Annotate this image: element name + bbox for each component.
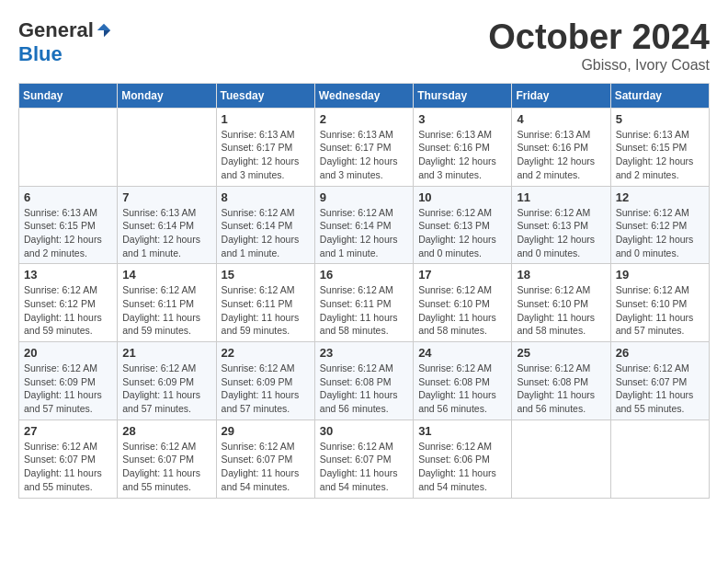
day-number: 10 — [418, 190, 506, 204]
weekday-header-cell: Monday — [118, 83, 216, 108]
day-number: 1 — [222, 112, 310, 126]
weekday-header-cell: Friday — [512, 83, 610, 108]
svg-marker-0 — [97, 24, 110, 30]
calendar-day-cell: 29Sunrise: 6:12 AM Sunset: 6:07 PM Dayli… — [216, 419, 314, 498]
calendar-day-cell: 26Sunrise: 6:12 AM Sunset: 6:07 PM Dayli… — [610, 342, 709, 420]
weekday-header-cell: Wednesday — [314, 83, 413, 108]
day-number: 31 — [418, 424, 506, 438]
day-detail: Sunrise: 6:12 AM Sunset: 6:09 PM Dayligh… — [122, 362, 210, 416]
calendar-day-cell: 12Sunrise: 6:12 AM Sunset: 6:12 PM Dayli… — [610, 186, 709, 264]
day-detail: Sunrise: 6:12 AM Sunset: 6:08 PM Dayligh… — [320, 362, 408, 416]
calendar-day-cell: 9Sunrise: 6:12 AM Sunset: 6:14 PM Daylig… — [314, 186, 413, 264]
calendar-table: SundayMondayTuesdayWednesdayThursdayFrid… — [18, 83, 710, 499]
logo-general-text: General — [18, 18, 94, 42]
calendar-day-cell: 3Sunrise: 6:13 AM Sunset: 6:16 PM Daylig… — [414, 108, 512, 186]
calendar-day-cell: 28Sunrise: 6:12 AM Sunset: 6:07 PM Dayli… — [118, 419, 216, 498]
day-detail: Sunrise: 6:12 AM Sunset: 6:13 PM Dayligh… — [517, 206, 605, 260]
calendar-day-cell: 20Sunrise: 6:12 AM Sunset: 6:09 PM Dayli… — [19, 342, 118, 420]
calendar-day-cell: 15Sunrise: 6:12 AM Sunset: 6:11 PM Dayli… — [216, 264, 314, 342]
day-detail: Sunrise: 6:12 AM Sunset: 6:14 PM Dayligh… — [320, 206, 408, 260]
location-subtitle: Gbisso, Ivory Coast — [488, 57, 710, 74]
logo-icon — [96, 22, 112, 39]
day-detail: Sunrise: 6:12 AM Sunset: 6:07 PM Dayligh… — [616, 362, 704, 416]
logo-blue-text: Blue — [18, 42, 63, 66]
calendar-day-cell: 27Sunrise: 6:12 AM Sunset: 6:07 PM Dayli… — [19, 419, 118, 498]
day-detail: Sunrise: 6:13 AM Sunset: 6:16 PM Dayligh… — [418, 128, 506, 182]
day-detail: Sunrise: 6:13 AM Sunset: 6:15 PM Dayligh… — [24, 206, 112, 260]
calendar-day-cell: 25Sunrise: 6:12 AM Sunset: 6:08 PM Dayli… — [512, 342, 610, 420]
day-number: 15 — [222, 268, 310, 282]
month-title: October 2024 — [488, 18, 710, 57]
calendar-day-cell: 17Sunrise: 6:12 AM Sunset: 6:10 PM Dayli… — [414, 264, 512, 342]
day-detail: Sunrise: 6:12 AM Sunset: 6:10 PM Dayligh… — [517, 283, 605, 338]
calendar-day-cell: 8Sunrise: 6:12 AM Sunset: 6:14 PM Daylig… — [216, 186, 314, 264]
day-number: 25 — [517, 346, 605, 360]
day-detail: Sunrise: 6:13 AM Sunset: 6:15 PM Dayligh… — [616, 128, 704, 182]
day-number: 20 — [24, 346, 112, 360]
day-number: 21 — [122, 346, 210, 360]
day-number: 14 — [122, 268, 210, 282]
day-number: 22 — [222, 346, 310, 360]
logo: General Blue — [18, 18, 112, 66]
calendar-day-cell — [118, 108, 216, 186]
day-detail: Sunrise: 6:12 AM Sunset: 6:14 PM Dayligh… — [222, 206, 310, 260]
calendar-day-cell: 1Sunrise: 6:13 AM Sunset: 6:17 PM Daylig… — [216, 108, 314, 186]
day-number: 13 — [24, 268, 112, 282]
calendar-day-cell: 23Sunrise: 6:12 AM Sunset: 6:08 PM Dayli… — [314, 342, 413, 420]
calendar-day-cell: 21Sunrise: 6:12 AM Sunset: 6:09 PM Dayli… — [118, 342, 216, 420]
day-detail: Sunrise: 6:12 AM Sunset: 6:12 PM Dayligh… — [616, 206, 704, 260]
day-detail: Sunrise: 6:12 AM Sunset: 6:09 PM Dayligh… — [24, 362, 112, 416]
calendar-day-cell: 30Sunrise: 6:12 AM Sunset: 6:07 PM Dayli… — [314, 419, 413, 498]
day-number: 6 — [24, 190, 112, 204]
calendar-day-cell: 16Sunrise: 6:12 AM Sunset: 6:11 PM Dayli… — [314, 264, 413, 342]
calendar-day-cell: 2Sunrise: 6:13 AM Sunset: 6:17 PM Daylig… — [314, 108, 413, 186]
day-number: 18 — [517, 268, 605, 282]
day-detail: Sunrise: 6:12 AM Sunset: 6:11 PM Dayligh… — [222, 283, 310, 338]
calendar-day-cell: 24Sunrise: 6:12 AM Sunset: 6:08 PM Dayli… — [414, 342, 512, 420]
weekday-header-cell: Saturday — [610, 83, 709, 108]
day-detail: Sunrise: 6:12 AM Sunset: 6:06 PM Dayligh… — [418, 440, 506, 494]
calendar-day-cell: 14Sunrise: 6:12 AM Sunset: 6:11 PM Dayli… — [118, 264, 216, 342]
day-number: 30 — [320, 424, 408, 438]
weekday-header-cell: Tuesday — [216, 83, 314, 108]
calendar-week-row: 13Sunrise: 6:12 AM Sunset: 6:12 PM Dayli… — [19, 264, 710, 342]
day-number: 16 — [320, 268, 408, 282]
day-detail: Sunrise: 6:12 AM Sunset: 6:12 PM Dayligh… — [24, 283, 112, 338]
calendar-day-cell: 11Sunrise: 6:12 AM Sunset: 6:13 PM Dayli… — [512, 186, 610, 264]
weekday-header-cell: Thursday — [414, 83, 512, 108]
calendar-day-cell: 7Sunrise: 6:13 AM Sunset: 6:14 PM Daylig… — [118, 186, 216, 264]
day-detail: Sunrise: 6:13 AM Sunset: 6:17 PM Dayligh… — [320, 128, 408, 182]
day-detail: Sunrise: 6:12 AM Sunset: 6:10 PM Dayligh… — [418, 283, 506, 338]
day-number: 9 — [320, 190, 408, 204]
calendar-week-row: 1Sunrise: 6:13 AM Sunset: 6:17 PM Daylig… — [19, 108, 710, 186]
day-detail: Sunrise: 6:13 AM Sunset: 6:17 PM Dayligh… — [222, 128, 310, 182]
calendar-week-row: 27Sunrise: 6:12 AM Sunset: 6:07 PM Dayli… — [19, 419, 710, 498]
day-detail: Sunrise: 6:12 AM Sunset: 6:11 PM Dayligh… — [122, 283, 210, 338]
day-number: 23 — [320, 346, 408, 360]
day-number: 11 — [517, 190, 605, 204]
day-number: 3 — [418, 112, 506, 126]
day-number: 4 — [517, 112, 605, 126]
day-detail: Sunrise: 6:12 AM Sunset: 6:08 PM Dayligh… — [517, 362, 605, 416]
day-detail: Sunrise: 6:12 AM Sunset: 6:08 PM Dayligh… — [418, 362, 506, 416]
day-number: 24 — [418, 346, 506, 360]
calendar-day-cell: 6Sunrise: 6:13 AM Sunset: 6:15 PM Daylig… — [19, 186, 118, 264]
calendar-day-cell: 5Sunrise: 6:13 AM Sunset: 6:15 PM Daylig… — [610, 108, 709, 186]
day-detail: Sunrise: 6:12 AM Sunset: 6:07 PM Dayligh… — [320, 440, 408, 494]
calendar-day-cell — [610, 419, 709, 498]
day-number: 26 — [616, 346, 704, 360]
day-number: 7 — [122, 190, 210, 204]
day-detail: Sunrise: 6:12 AM Sunset: 6:07 PM Dayligh… — [222, 440, 310, 494]
day-number: 28 — [122, 424, 210, 438]
day-detail: Sunrise: 6:12 AM Sunset: 6:10 PM Dayligh… — [616, 283, 704, 338]
day-number: 12 — [616, 190, 704, 204]
day-detail: Sunrise: 6:12 AM Sunset: 6:07 PM Dayligh… — [122, 440, 210, 494]
day-number: 29 — [222, 424, 310, 438]
calendar-day-cell: 31Sunrise: 6:12 AM Sunset: 6:06 PM Dayli… — [414, 419, 512, 498]
calendar-day-cell: 22Sunrise: 6:12 AM Sunset: 6:09 PM Dayli… — [216, 342, 314, 420]
day-detail: Sunrise: 6:12 AM Sunset: 6:11 PM Dayligh… — [320, 283, 408, 338]
day-number: 17 — [418, 268, 506, 282]
calendar-week-row: 6Sunrise: 6:13 AM Sunset: 6:15 PM Daylig… — [19, 186, 710, 264]
svg-marker-1 — [104, 30, 110, 37]
calendar-week-row: 20Sunrise: 6:12 AM Sunset: 6:09 PM Dayli… — [19, 342, 710, 420]
